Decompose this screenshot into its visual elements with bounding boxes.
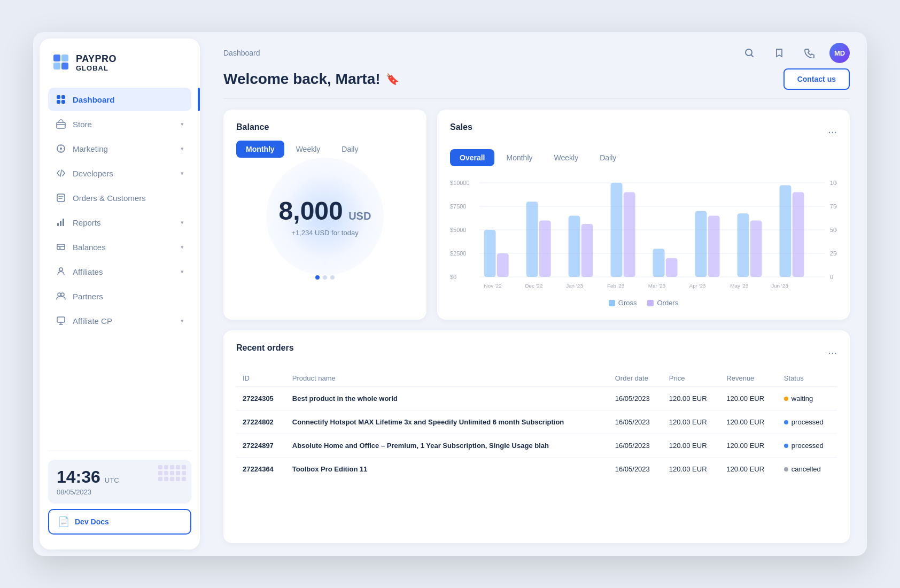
sidebar-item-marketing[interactable]: Marketing ▾: [48, 137, 191, 160]
legend-gross: Gross: [609, 299, 637, 307]
order-id: 27224305: [236, 387, 286, 411]
balance-card-title: Balance: [236, 122, 414, 132]
sidebar-label-reports: Reports: [73, 218, 174, 227]
svg-text:0: 0: [830, 274, 833, 280]
order-product: Best product in the whole world: [286, 387, 609, 411]
store-icon: [56, 119, 66, 129]
svg-rect-11: [57, 223, 59, 226]
svg-rect-10: [57, 194, 65, 202]
affiliates-icon: [56, 266, 66, 277]
balance-tab-row: Monthly Weekly Daily: [236, 141, 414, 158]
sidebar-label-partners: Partners: [73, 292, 184, 301]
sidebar-item-affiliate-cp[interactable]: Affiliate CP ▾: [48, 309, 191, 332]
svg-rect-2: [53, 63, 60, 69]
svg-rect-12: [60, 221, 61, 226]
balance-tab-weekly[interactable]: Weekly: [286, 141, 330, 158]
order-price: 120.00 EUR: [663, 458, 720, 481]
table-row: 27224802 Connectify Hotspot MAX Lifetime…: [236, 411, 837, 434]
svg-text:500: 500: [830, 227, 837, 233]
sidebar-item-dashboard[interactable]: Dashboard: [48, 88, 191, 111]
legend-gross-dot: [609, 300, 615, 306]
svg-point-16: [59, 268, 63, 271]
sales-tab-overall[interactable]: Overall: [450, 149, 494, 166]
legend-orders-dot: [647, 300, 654, 306]
balance-change: +1,234 USD for today: [279, 229, 371, 237]
svg-point-9: [60, 148, 62, 150]
logo-global: GLOBAL: [76, 65, 117, 72]
svg-rect-1: [61, 55, 68, 61]
sales-tab-monthly[interactable]: Monthly: [496, 149, 542, 166]
sidebar-item-affiliates[interactable]: Affiliates ▾: [48, 260, 191, 283]
order-product: Toolbox Pro Edition 11: [286, 458, 609, 481]
dev-docs-label: Dev Docs: [75, 517, 109, 526]
balance-tab-monthly[interactable]: Monthly: [236, 141, 284, 158]
clock-decoration: [158, 465, 186, 481]
svg-rect-39: [539, 220, 551, 277]
svg-text:May '23: May '23: [730, 283, 749, 289]
search-icon[interactable]: [740, 43, 759, 63]
svg-text:$5000: $5000: [450, 227, 466, 233]
clock-date: 08/05/2023: [57, 488, 183, 496]
svg-rect-49: [750, 220, 762, 277]
sidebar-item-store[interactable]: Store ▾: [48, 112, 191, 136]
order-revenue: 120.00 EUR: [720, 434, 778, 458]
sales-tab-weekly[interactable]: Weekly: [545, 149, 588, 166]
sales-chart: $10000 $7500 $5000 $2500 $0: [450, 177, 837, 295]
dev-docs-button[interactable]: 📄 Dev Docs: [48, 509, 191, 535]
contact-us-button[interactable]: Contact us: [783, 68, 850, 90]
sales-chart-svg: $10000 $7500 $5000 $2500 $0: [450, 177, 837, 295]
svg-rect-51: [793, 192, 804, 277]
sidebar-label-marketing: Marketing: [73, 144, 174, 153]
reports-icon: [56, 217, 66, 228]
more-options-icon[interactable]: ···: [828, 126, 837, 138]
welcome-bookmark-icon[interactable]: 🔖: [386, 73, 399, 86]
sidebar-item-orders-customers[interactable]: Orders & Customers: [48, 186, 191, 210]
doc-icon: 📄: [58, 516, 69, 528]
order-id: 27224364: [236, 458, 286, 481]
sidebar-item-reports[interactable]: Reports ▾: [48, 211, 191, 234]
balance-amount: 8,000: [279, 197, 343, 225]
svg-rect-6: [57, 100, 60, 104]
sidebar-item-developers[interactable]: Developers ▾: [48, 161, 191, 185]
orders-table-header: ID Product name Order date Price Revenue…: [236, 370, 837, 387]
svg-rect-13: [63, 219, 64, 226]
svg-rect-38: [526, 202, 538, 277]
svg-text:Jan '23: Jan '23: [566, 283, 583, 289]
svg-rect-47: [708, 216, 720, 277]
svg-text:$2500: $2500: [450, 250, 466, 257]
sidebar-item-balances[interactable]: Balances ▾: [48, 235, 191, 259]
chevron-down-icon: ▾: [181, 219, 184, 226]
legend-gross-label: Gross: [618, 299, 637, 307]
svg-rect-46: [695, 211, 707, 277]
sidebar-label-affiliate-cp: Affiliate CP: [73, 316, 174, 326]
svg-point-17: [58, 293, 61, 296]
bookmark-nav-icon[interactable]: [770, 43, 789, 63]
logo-paypro: PAYPRO: [76, 54, 117, 65]
orders-card-title: Recent orders: [236, 343, 294, 353]
logo-icon: [52, 53, 72, 73]
sidebar: PAYPRO GLOBAL Dashboard: [40, 38, 200, 550]
svg-rect-7: [61, 100, 65, 104]
order-date: 16/05/2023: [609, 411, 663, 434]
balance-dot-2[interactable]: [323, 275, 327, 280]
balance-tab-daily[interactable]: Daily: [332, 141, 368, 158]
partners-icon: [56, 291, 66, 301]
orders-icon: [56, 192, 66, 203]
svg-rect-5: [61, 95, 65, 99]
sidebar-label-developers: Developers: [73, 169, 174, 178]
balance-dot-3[interactable]: [330, 275, 335, 280]
order-id: 27224802: [236, 411, 286, 434]
clock-utc: UTC: [105, 476, 119, 484]
clock-time: 14:36: [57, 467, 100, 487]
user-avatar[interactable]: MD: [829, 43, 850, 63]
svg-rect-50: [779, 185, 791, 277]
sidebar-item-partners[interactable]: Partners: [48, 284, 191, 308]
phone-icon[interactable]: [800, 43, 819, 63]
page-content: Welcome back, Marta! 🔖 Contact us Balanc…: [206, 68, 867, 556]
balances-icon: [56, 242, 66, 252]
order-status: processed: [778, 434, 837, 458]
orders-more-icon[interactable]: ···: [828, 346, 837, 359]
sales-tab-daily[interactable]: Daily: [590, 149, 626, 166]
balance-dot-1[interactable]: [315, 275, 320, 280]
topbar-icons: MD: [740, 43, 850, 63]
